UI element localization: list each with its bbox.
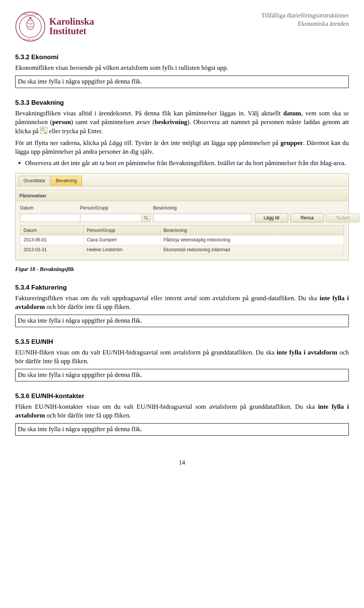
- bullet-bevakning: Observera att det inte går att ta bort e…: [25, 159, 349, 168]
- section-heading-ekonomi: 5.3.2 Ekonomi: [15, 53, 349, 62]
- ui-tabstrip: Grunddata Bevakning: [16, 173, 348, 186]
- para-fakturering: Faktureringsfliken visas om du valt uppd…: [15, 294, 349, 312]
- institute-wordmark: Karolinska Institutet: [49, 15, 121, 38]
- para-ekonomi: Ekonomifliken visas beroende på vilken a…: [15, 64, 349, 72]
- header-line2: Ekonomiska ärenden: [261, 20, 349, 28]
- label-datum: Datum: [20, 205, 77, 211]
- section-heading-eunih-kontakter: 5.3.6 EU/NIH-kontakter: [15, 392, 349, 401]
- person-lookup-button[interactable]: [142, 214, 150, 222]
- th-beskrivning: Beskrivning: [160, 226, 344, 235]
- add-button[interactable]: Lägg till: [255, 213, 288, 222]
- th-person: Person/Grupp: [84, 226, 160, 235]
- table-row[interactable]: 2013-06-01 Clara Gumpert Påbörja vetensk…: [20, 235, 344, 245]
- remove-button[interactable]: Ta bort: [326, 213, 359, 222]
- tab-grunddata[interactable]: Grunddata: [19, 176, 50, 186]
- section-header-paminnelser: Påminnelser: [16, 191, 348, 201]
- section-heading-bevakning: 5.3.3 Bevakning: [15, 99, 349, 107]
- svg-point-11: [144, 216, 147, 219]
- svg-text:Karolinska: Karolinska: [49, 16, 94, 27]
- header-line1: Tillfälliga diarieföringsinstruktioner: [261, 11, 349, 20]
- input-datum[interactable]: [20, 214, 81, 222]
- section-heading-eunih: 5.3.5 EU/NIH: [15, 338, 349, 347]
- svg-point-0: [16, 12, 45, 41]
- bevakning-ui-panel: Grunddata Bevakning Påminnelser Datum Pe…: [15, 173, 349, 260]
- seal-icon: KAROLINSKA ANNO 1810: [15, 11, 46, 42]
- search-icon: [144, 216, 148, 220]
- para-eunih-kontakter: Fliken EU/NIH-kontakter visas om du valt…: [15, 403, 349, 420]
- reminders-table: Datum Person/Grupp Beskrivning 2013-06-0…: [20, 225, 344, 255]
- search-icon: [40, 127, 47, 134]
- label-beskrivning: Beskrivning: [153, 205, 252, 211]
- info-box-eunih: Du ska inte fylla i några uppgifter på d…: [15, 369, 349, 381]
- input-person[interactable]: [80, 214, 142, 222]
- para-bevakning-1: Bevakningsfliken visas alltid i ärendeko…: [15, 109, 349, 136]
- svg-text:ANNO 1810: ANNO 1810: [24, 38, 37, 41]
- label-person: Person/Grupp: [80, 205, 150, 211]
- page-header-info: Tillfälliga diarieföringsinstruktioner E…: [261, 11, 349, 28]
- svg-point-2: [30, 17, 31, 19]
- svg-line-12: [147, 219, 148, 220]
- info-box-ekonomi: Du ska inte fylla i några uppgifter på d…: [15, 76, 349, 88]
- info-box-fakturering: Du ska inte fylla i några uppgifter på d…: [15, 315, 349, 327]
- input-beskrivning[interactable]: [153, 214, 252, 222]
- para-bevakning-2: För att flytta ner raderna, klicka på Lä…: [15, 139, 349, 156]
- para-eunih: EU/NIH-fliken visas om du valt EU/NIH-bi…: [15, 348, 349, 366]
- page-number: 14: [15, 458, 349, 467]
- th-datum: Datum: [20, 226, 84, 235]
- svg-text:KAROLINSKA: KAROLINSKA: [22, 13, 39, 16]
- figure-caption: Figur 18 - Bevakningsflik: [15, 266, 349, 273]
- info-box-eunih-kontakter: Du ska inte fylla i några uppgifter på d…: [15, 423, 349, 436]
- clear-button[interactable]: Rensa: [290, 213, 324, 222]
- table-row[interactable]: 2013-03-31 Heléne Lindström Ekonomisk re…: [20, 245, 344, 254]
- institute-logo: KAROLINSKA ANNO 1810 Karolinska Institut…: [15, 11, 121, 42]
- tab-bevakning[interactable]: Bevakning: [51, 176, 82, 186]
- svg-text:Institutet: Institutet: [49, 26, 87, 36]
- section-heading-fakturering: 5.3.4 Fakturering: [15, 284, 349, 292]
